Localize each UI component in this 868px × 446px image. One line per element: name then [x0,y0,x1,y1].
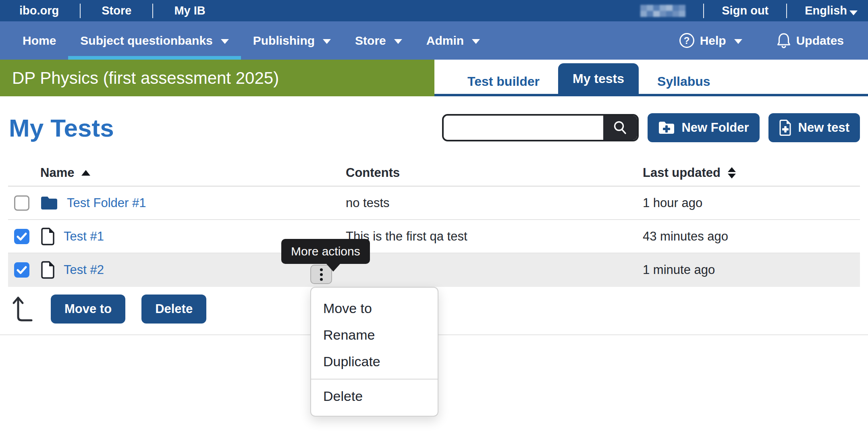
nav-item-publishing[interactable]: Publishing [241,21,343,60]
kebab-dot [320,268,323,271]
header-last-updated-label: Last updated [643,166,721,180]
chevron-down-icon [323,39,331,44]
test-name-link[interactable]: Test #1 [64,229,104,244]
folder-name-link[interactable]: Test Folder #1 [67,196,146,210]
document-icon [40,227,55,246]
row-checkbox[interactable] [14,229,29,244]
topbar-link-store[interactable]: Store [102,4,131,17]
sort-header-last-updated[interactable]: Last updated [643,166,736,180]
updates-link[interactable]: Updates [765,21,856,60]
updates-label: Updates [796,34,844,48]
document-icon [40,261,55,279]
header-name-label: Name [40,166,74,180]
table-header-row: Name Contents Last updated [8,160,860,187]
check-icon [17,266,27,274]
help-menu[interactable]: ? Help [667,21,754,60]
page-header: My Tests New Folder [0,96,868,160]
search-input[interactable] [444,116,603,140]
new-test-button[interactable]: New test [768,113,860,142]
nav-label: Admin [426,34,464,48]
sort-both-icon [728,167,736,178]
my-tests-table: Name Contents Last updated Test Folder #… [8,160,860,287]
tab-my-tests[interactable]: My tests [558,63,639,94]
row-checkbox[interactable] [14,262,29,278]
bell-icon [777,33,791,49]
tab-syllabus[interactable]: Syllabus [643,69,725,94]
search-group [442,114,639,141]
table-row: Test Folder #1 no tests 1 hour ago [8,187,860,220]
sort-header-name[interactable]: Name [40,166,90,180]
nav-label: Publishing [253,34,315,48]
header-contents-label: Contents [346,166,643,180]
menu-item-rename[interactable]: Rename [311,322,438,348]
menu-item-duplicate[interactable]: Duplicate [311,348,438,375]
chevron-down-icon [734,39,742,44]
username-blurred [640,5,685,17]
new-folder-button[interactable]: New Folder [648,113,759,142]
move-to-button[interactable]: Move to [51,295,125,324]
table-row: Test #1 This is the first qa test 43 min… [8,220,860,253]
more-actions-menu: Move to Rename Duplicate Delete [310,287,438,417]
nav-label: Home [23,34,56,48]
top-utility-bar: ibo.org Store My IB Sign out English [0,0,868,21]
divider [786,4,787,18]
row-checkbox[interactable] [14,195,29,211]
chevron-down-icon [394,39,402,44]
new-folder-label: New Folder [681,120,749,135]
row-contents: no tests [346,196,643,210]
kebab-dot [320,278,323,281]
tab-test-builder[interactable]: Test builder [453,69,554,94]
folder-icon [40,196,58,210]
page-title: My Tests [9,114,114,142]
nav-label: Subject questionbanks [80,34,212,48]
more-actions-tooltip: More actions [281,239,370,264]
nav-label: Store [355,34,386,48]
chevron-down-icon [849,10,858,15]
folder-plus-icon [658,121,675,135]
language-label: English [805,4,847,17]
subject-band: DP Physics (first assessment 2025) Test … [0,60,868,96]
nav-item-admin[interactable]: Admin [414,21,492,60]
nav-item-subject-questionbanks[interactable]: Subject questionbanks [68,21,241,60]
tab-strip: Test builder My tests Syllabus [434,60,868,96]
table-row: Test #2 1 minute ago More actions Move t… [8,253,860,287]
chevron-down-icon [221,39,229,44]
topbar-link-ibo-org[interactable]: ibo.org [19,4,59,17]
language-selector[interactable]: English [805,4,858,17]
help-label: Help [700,34,726,48]
topbar-links: ibo.org Store My IB [19,4,206,18]
row-last-updated: 43 minutes ago [643,229,860,244]
menu-divider [311,379,438,380]
nav-item-store[interactable]: Store [343,21,414,60]
move-up-level-icon[interactable] [12,292,35,326]
divider [703,4,704,18]
chevron-down-icon [472,39,480,44]
delete-button[interactable]: Delete [141,295,206,324]
help-icon: ? [679,33,694,48]
divider [80,4,81,18]
new-test-label: New test [798,120,849,135]
search-icon [612,120,628,136]
document-plus-icon [779,119,792,136]
menu-item-move-to[interactable]: Move to [311,295,438,322]
nav-item-home[interactable]: Home [10,21,68,60]
row-last-updated: 1 hour ago [643,196,860,210]
search-button[interactable] [603,116,637,140]
sign-out-link[interactable]: Sign out [722,4,768,17]
sort-ascending-icon [81,170,90,176]
subject-banner: DP Physics (first assessment 2025) [0,60,434,96]
subject-title: DP Physics (first assessment 2025) [12,68,279,88]
test-name-link[interactable]: Test #2 [64,263,104,277]
row-last-updated: 1 minute ago [643,263,860,277]
main-nav-bar: Home Subject questionbanks Publishing St… [0,21,868,60]
row-contents: This is the first qa test [346,229,643,244]
divider [152,4,153,18]
topbar-link-my-ib[interactable]: My IB [174,4,205,17]
check-icon [17,232,27,241]
menu-item-delete[interactable]: Delete [311,383,438,409]
kebab-dot [320,273,323,276]
